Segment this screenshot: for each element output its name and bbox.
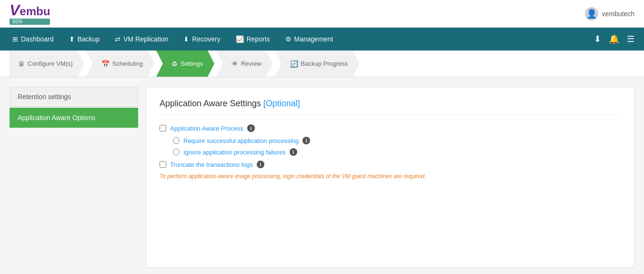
main-panel: Application Aware Settings [Optional] Ap… [146,87,634,268]
notifications-icon[interactable]: 🔔 [609,34,619,44]
require-successful-radio[interactable] [173,137,180,144]
bdr-badge: BDR [10,19,50,25]
nav-item-dashboard[interactable]: ⊞ Dashboard [5,28,61,51]
username-label: vembutech [602,10,634,18]
settings-icon: ♻ [171,60,178,68]
sidebar: Retention settings Application Aware Opt… [10,87,138,268]
main-nav: ⊞ Dashboard ⬆ Backup ⇄ VM Replication ⬇ … [0,28,644,51]
recovery-icon: ⬇ [183,35,189,43]
step-label-backup-progress: Backup Progress [301,60,348,67]
logo-v: V [10,2,20,18]
panel-title-text: Application Aware Settings [160,99,263,108]
sidebar-item-application-aware-options[interactable]: Application Aware Options [10,108,138,128]
truncate-logs-label: Truncate the transactions logs [170,161,253,168]
truncate-logs-checkbox[interactable] [160,161,166,168]
configure-vms-icon: 🖥 [18,60,25,68]
require-successful-label: Require successful application processin… [183,137,299,144]
scheduling-icon: 📅 [101,60,110,68]
step-label-review: Review [241,60,262,67]
logo-embu: embu [20,6,50,17]
application-aware-options-label: Application Aware Options [18,114,95,122]
steps-bar: 🖥 Configure VM(s) 📅 Scheduling ♻ Setting… [0,51,644,77]
step-label-scheduling: Scheduling [112,60,143,67]
ignore-failures-info-icon[interactable]: i [290,148,297,156]
radio-group: Require successful application processin… [173,137,621,156]
nav-label-vm-replication: VM Replication [123,35,168,43]
truncate-logs-row: Truncate the transactions logs i [160,161,621,168]
require-successful-row: Require successful application processin… [173,137,621,144]
dashboard-icon: ⊞ [12,35,18,43]
application-aware-process-label: Application Aware Process [170,125,243,132]
ignore-failures-radio[interactable] [173,149,180,155]
step-review[interactable]: 👁 Review [216,51,273,77]
logo: V embu BDR [10,2,50,25]
sidebar-item-retention-settings[interactable]: Retention settings [10,87,138,107]
step-configure-vms[interactable]: 🖥 Configure VM(s) [10,51,84,77]
backup-progress-icon: 🔄 [290,60,298,68]
nav-item-backup[interactable]: ⬆ Backup [61,28,108,51]
step-label-settings: Settings [181,60,203,67]
backup-icon: ⬆ [69,35,75,43]
require-successful-info-icon[interactable]: i [302,137,310,144]
nav-label-dashboard: Dashboard [21,35,54,43]
panel-title-optional: [Optional] [263,99,300,108]
nav-label-backup: Backup [78,35,100,43]
truncate-logs-info-icon[interactable]: i [257,161,264,168]
panel-title: Application Aware Settings [Optional] [160,99,621,115]
application-aware-process-checkbox[interactable] [160,125,166,132]
nav-label-reports: Reports [247,35,270,43]
management-icon: ⚙ [285,35,292,43]
vm-replication-icon: ⇄ [115,35,121,43]
review-icon: 👁 [231,60,238,68]
application-aware-process-info-icon[interactable]: i [247,124,255,132]
top-header: V embu BDR 👤 vembutech [0,0,644,28]
user-avatar-icon[interactable]: 👤 [585,7,598,20]
application-aware-process-row: Application Aware Process i [160,124,621,132]
step-label-configure-vms: Configure VM(s) [28,60,73,67]
ignore-failures-row: Ignore application processing failures i [173,148,621,156]
reports-icon: 📈 [236,35,244,43]
content-area: Retention settings Application Aware Opt… [0,77,644,274]
info-note: To perform application-aware image proce… [160,173,621,180]
nav-item-vm-replication[interactable]: ⇄ VM Replication [107,28,176,51]
nav-label-management: Management [294,35,333,43]
step-backup-progress[interactable]: 🔄 Backup Progress [275,51,360,77]
retention-settings-label: Retention settings [18,93,71,101]
ignore-failures-label: Ignore application processing failures [183,149,286,156]
step-settings[interactable]: ♻ Settings [156,51,214,77]
nav-item-management[interactable]: ⚙ Management [278,28,341,51]
user-area: 👤 vembutech [585,7,634,20]
step-scheduling[interactable]: 📅 Scheduling [86,51,154,77]
nav-label-recovery: Recovery [192,35,220,43]
nav-item-recovery[interactable]: ⬇ Recovery [176,28,228,51]
menu-icon[interactable]: ☰ [627,34,634,44]
download-icon[interactable]: ⬇ [594,34,601,44]
nav-item-reports[interactable]: 📈 Reports [228,28,278,51]
